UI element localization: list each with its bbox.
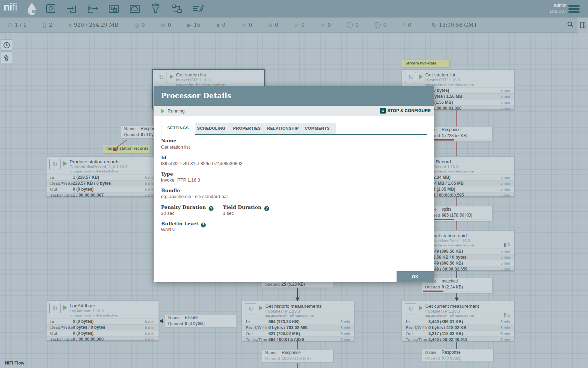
connection-label-response-bottom-right[interactable]: NameResponseQueued0 (0 bytes): [422, 349, 493, 362]
drag-input-port-icon[interactable]: [66, 4, 78, 14]
hand-icon: [3, 54, 10, 61]
running-status-icon: [419, 306, 423, 311]
status-value: 0: [408, 22, 412, 28]
navigate-palette-button[interactable]: [1, 39, 12, 51]
global-menu-icon[interactable]: [568, 5, 580, 13]
running-status-icon: [419, 74, 423, 79]
connection-label-response-bottom-center[interactable]: NameResponseQueued100 (90.08 MB): [262, 349, 333, 362]
flow-label-ingest-station-records[interactable]: Ingest station records: [103, 145, 150, 153]
refresh-icon[interactable]: ↻: [432, 22, 436, 28]
processor-bundle: org.apache.nifi - nifi-kafka-2-6-nar: [70, 169, 120, 173]
status-value: 0: [141, 22, 145, 28]
bulletin-level-value: WARN: [161, 227, 175, 232]
yield-duration-value: 1 sec: [223, 211, 234, 216]
current-user: admin: [550, 2, 566, 8]
breadcrumb[interactable]: NiFi Flow: [5, 361, 24, 366]
stop-and-configure-button[interactable]: ⚙ STOP & CONFIGURE: [380, 108, 431, 114]
connection-name-row: NameResponse: [422, 349, 493, 355]
sync-failure-icon: ?: [402, 22, 405, 28]
running-status-label: Running: [168, 108, 184, 114]
processor-stat-row: In3,440 (896.31 KB)5 min: [402, 319, 514, 325]
processor-stat-row: Read/Write0 bytes / 0 bytes5 min: [47, 324, 159, 330]
processor-title: Get historic measurements: [265, 304, 322, 309]
status-value: 1 / 1: [15, 22, 27, 28]
ok-button[interactable]: OK: [397, 271, 434, 282]
transmitting-icon: ◎: [134, 22, 139, 28]
nifi-drop-icon: [27, 2, 37, 15]
processor-get-historic-measurements[interactable]: ↻Get historic measurementsInvokeHTTP 1.1…: [242, 301, 355, 341]
processor-produce-station-records[interactable]: ↻Produce station recordsPublishKafkaReco…: [46, 156, 159, 197]
queue-size-bar: [423, 291, 491, 292]
drag-remote-process-group-icon[interactable]: [129, 4, 141, 14]
active-threads-badge: ⣿ 1: [504, 243, 510, 247]
help-icon[interactable]: ?: [201, 223, 206, 227]
operate-palette-button[interactable]: [1, 52, 12, 63]
status-value: 0: [168, 22, 171, 28]
locally-modified-icon: ∗: [321, 22, 325, 28]
status-item-invalid: ⚠0: [241, 22, 252, 28]
stale-icon: ↑: [347, 22, 353, 28]
status-item-sync-failure: ?0: [402, 22, 411, 28]
drag-processor-icon[interactable]: [45, 4, 57, 14]
status-history-panel-button[interactable]: [578, 18, 588, 33]
processor-logattribute[interactable]: ↻LogAttributeLogAttribute 1.16.3org.apac…: [46, 300, 159, 341]
compass-icon: [3, 41, 10, 49]
processor-type-icon: ↻: [245, 303, 256, 314]
status-value: 0: [355, 22, 359, 28]
drag-output-port-icon[interactable]: [87, 4, 99, 14]
penalty-duration-label: Penalty Duration?: [161, 204, 214, 211]
connection-label-failure[interactable]: NameFailureQueued0 (0 bytes): [165, 314, 237, 327]
status-item-stale: ↑0: [347, 22, 359, 28]
running-icon: ▶: [187, 22, 191, 28]
name-field-value: Get station list: [161, 144, 190, 150]
nifi-logo[interactable]: nifi: [4, 1, 18, 13]
flow-label-stream-live-data[interactable]: Stream live-data: [402, 60, 449, 68]
status-item-running: ▶15: [187, 22, 201, 28]
threads-grid-icon: ⣿: [43, 22, 47, 28]
tab-comments[interactable]: COMMENTS: [299, 123, 336, 134]
yield-duration-label: Yield Duration?: [223, 204, 269, 211]
status-item-stopped: ■0: [216, 22, 225, 28]
processor-stat-row: Out0 (0 bytes)5 min: [47, 186, 159, 192]
drag-label-icon[interactable]: [192, 4, 204, 14]
running-status-icon: [63, 161, 67, 166]
status-value: 15: [194, 22, 200, 28]
tab-scheduling[interactable]: SCHEDULING: [191, 123, 232, 134]
connection-queued-row: Queued100 (90.08 MB): [262, 356, 333, 362]
processor-stat-row: In664 (173.24 KB)5 min: [242, 319, 354, 325]
type-field-value: InvokeHTTP 1.16.3: [161, 177, 200, 183]
processor-title: Get current measurement: [425, 304, 479, 309]
refresh-time: 13:00:58 GMT: [439, 22, 477, 28]
processor-type: InvokeHTTP 1.16.3: [425, 78, 460, 82]
drag-funnel-icon[interactable]: [150, 4, 162, 14]
stop-configure-label: STOP & CONFIGURE: [387, 108, 431, 113]
not-transmitting-icon: ⊘: [161, 22, 166, 28]
stop-configure-gear-icon: ⚙: [380, 108, 386, 114]
drag-template-icon[interactable]: [171, 4, 183, 14]
stopped-icon: ■: [216, 22, 219, 28]
tab-underline: [161, 134, 427, 135]
processor-type-icon: ↻: [49, 159, 61, 170]
processor-type: PublishKafkaRecord_2_6 1.16.3: [70, 165, 127, 169]
processor-get-current-measurement[interactable]: ↻Get current measurementInvokeHTTP 1.16.…: [402, 301, 514, 341]
refresh-status[interactable]: ↻13:00:58 GMT: [432, 22, 477, 28]
help-icon[interactable]: ?: [209, 206, 214, 211]
status-value: 2: [49, 22, 52, 28]
processor-details-dialog: Processor Details Running ⚙ STOP & CONFI…: [154, 86, 434, 282]
processor-stat-row: Out3,217 (418.02 KB)5 min: [402, 330, 514, 336]
processor-stat-row: Tasks/Time0 / 00:00:00.0005 min: [47, 336, 159, 342]
connection-queued-row: Queued25 (6.28 KB): [262, 281, 333, 287]
processor-type: InvokeHTTP 1.16.3: [265, 309, 300, 313]
tab-settings[interactable]: SETTINGS: [161, 122, 195, 136]
nifi-app: Stream live-data Ingest station records: [0, 0, 588, 368]
search-button[interactable]: [564, 21, 578, 29]
help-icon[interactable]: ?: [264, 206, 269, 211]
drag-process-group-icon[interactable]: [108, 4, 120, 14]
processor-stat-row: Tasks/Time664 / 00:01:57.9865 min: [242, 336, 354, 342]
dialog-status-strip: Running ⚙ STOP & CONFIGURE: [154, 106, 434, 116]
connection-name-row: NameResponse: [262, 350, 333, 356]
processor-type: InvokeHTTP 1.16.3: [176, 78, 211, 82]
logout-link[interactable]: LOG OUT: [550, 9, 566, 13]
top-toolbar: nifi: [0, 0, 588, 18]
status-item-modified-stale: !0: [375, 22, 387, 28]
